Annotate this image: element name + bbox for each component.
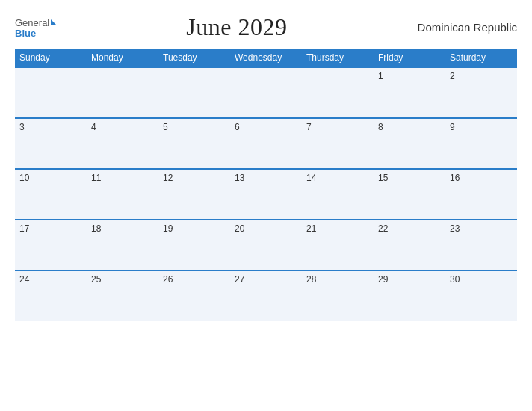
header-friday: Friday [374, 49, 445, 67]
calendar-day-cell: 17 [15, 220, 87, 271]
logo-blue-text: Blue [15, 28, 36, 38]
header-wednesday: Wednesday [230, 49, 302, 67]
calendar-day-cell: 14 [302, 169, 374, 220]
header-monday: Monday [87, 49, 158, 67]
calendar-day-cell: 22 [374, 220, 445, 271]
calendar-day-cell: 30 [445, 271, 517, 321]
day-number: 21 [306, 223, 316, 234]
calendar-day-cell: 15 [374, 169, 445, 220]
calendar-body: 1234567891011121314151617181920212223242… [15, 67, 517, 321]
calendar-day-cell: 10 [15, 169, 87, 220]
day-number: 16 [450, 173, 460, 183]
day-number: 19 [163, 223, 173, 234]
calendar-day-cell: 27 [230, 271, 302, 321]
header-tuesday: Tuesday [158, 49, 230, 67]
day-number: 9 [450, 122, 455, 132]
calendar-day-cell: 18 [87, 220, 158, 271]
day-number: 11 [91, 173, 101, 183]
calendar-day-cell: 25 [87, 271, 158, 321]
header-saturday: Saturday [445, 49, 517, 67]
day-number: 18 [91, 223, 101, 234]
day-number: 29 [378, 274, 388, 285]
calendar-day-cell: 23 [445, 220, 517, 271]
day-number: 23 [450, 223, 460, 234]
logo: General Blue [15, 16, 56, 38]
calendar-day-cell: 4 [87, 118, 158, 169]
day-number: 12 [163, 173, 173, 183]
day-number: 1 [378, 71, 383, 81]
calendar-day-cell: 9 [445, 118, 517, 169]
day-number: 8 [378, 122, 383, 132]
country-label: Dominican Republic [418, 21, 517, 34]
calendar-week-row-4: 17181920212223 [15, 220, 517, 271]
day-number: 25 [91, 274, 101, 285]
day-number: 3 [19, 122, 25, 132]
calendar-day-cell: 29 [374, 271, 445, 321]
calendar-day-cell: 7 [302, 118, 374, 169]
calendar-day-cell: 13 [230, 169, 302, 220]
calendar-title: June 2029 [186, 13, 287, 41]
calendar-day-cell [87, 67, 158, 118]
day-number: 28 [306, 274, 316, 285]
calendar-day-cell: 5 [158, 118, 230, 169]
calendar-day-cell [302, 67, 374, 118]
calendar-day-cell: 28 [302, 271, 374, 321]
calendar-week-row-3: 10111213141516 [15, 169, 517, 220]
day-number: 20 [235, 223, 244, 234]
header-thursday: Thursday [302, 49, 374, 67]
calendar-week-row-2: 3456789 [15, 118, 517, 169]
calendar-day-cell: 16 [445, 169, 517, 220]
calendar-day-cell: 19 [158, 220, 230, 271]
day-number: 4 [91, 122, 96, 132]
day-number: 13 [235, 173, 244, 183]
calendar-day-cell: 3 [15, 118, 87, 169]
day-number: 15 [378, 173, 388, 183]
day-number: 27 [235, 274, 244, 285]
calendar-day-cell [15, 67, 87, 118]
calendar-week-row-5: 24252627282930 [15, 271, 517, 321]
weekday-header-row: Sunday Monday Tuesday Wednesday Thursday… [15, 49, 517, 67]
calendar-day-cell: 1 [374, 67, 445, 118]
header: General Blue June 2029 Dominican Republi… [15, 13, 517, 41]
day-number: 2 [450, 71, 455, 81]
calendar-day-cell: 26 [158, 271, 230, 321]
calendar-day-cell [230, 67, 302, 118]
calendar-day-cell: 24 [15, 271, 87, 321]
calendar-day-cell: 11 [87, 169, 158, 220]
day-number: 7 [306, 122, 312, 132]
calendar-day-cell: 21 [302, 220, 374, 271]
logo-triangle-icon [51, 19, 56, 25]
header-sunday: Sunday [15, 49, 87, 67]
logo-general-text: General [15, 16, 56, 28]
day-number: 26 [163, 274, 173, 285]
calendar-week-row-1: 12 [15, 67, 517, 118]
calendar-table: Sunday Monday Tuesday Wednesday Thursday… [15, 49, 517, 321]
calendar-day-cell: 12 [158, 169, 230, 220]
day-number: 22 [378, 223, 388, 234]
day-number: 24 [19, 274, 29, 285]
calendar-day-cell: 6 [230, 118, 302, 169]
day-number: 5 [163, 122, 168, 132]
day-number: 30 [450, 274, 460, 285]
day-number: 10 [19, 173, 29, 183]
day-number: 17 [19, 223, 29, 234]
page: General Blue June 2029 Dominican Republi… [0, 0, 532, 411]
calendar-day-cell: 20 [230, 220, 302, 271]
day-number: 6 [235, 122, 240, 132]
calendar-day-cell [158, 67, 230, 118]
day-number: 14 [306, 173, 316, 183]
calendar-day-cell: 8 [374, 118, 445, 169]
calendar-day-cell: 2 [445, 67, 517, 118]
